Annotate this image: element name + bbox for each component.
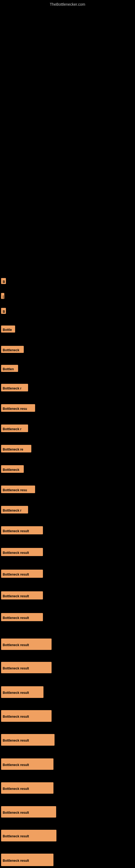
bottleneck-result-label[interactable]: Bottleneck resu [1,486,35,493]
bottleneck-result-label[interactable]: Bottleneck result [1,806,56,817]
bottleneck-result-label[interactable]: B [1,278,6,284]
bottleneck-result-label[interactable]: B [1,308,6,314]
bottleneck-result-label[interactable]: Bottleneck resu [1,404,35,412]
bottleneck-result-label[interactable]: Bottleneck result [1,782,53,794]
bottleneck-result-label[interactable]: Bottleneck r [1,384,28,392]
bottleneck-result-label[interactable]: Bottleneck [1,346,24,353]
bottleneck-result-label[interactable]: Bottleneck r [1,425,28,432]
bottleneck-result-label[interactable]: Bottleneck result [1,734,54,746]
bottleneck-result-label[interactable]: Bottleneck result [1,830,56,841]
bottleneck-result-label[interactable]: | [1,293,4,299]
bottleneck-result-label[interactable]: Bottleneck result [1,854,53,866]
bottleneck-result-label[interactable]: Bottleneck result [1,639,52,650]
bottleneck-result-label[interactable]: Bottleneck result [1,569,43,578]
bottleneck-result-label[interactable]: Bottlen [1,365,18,372]
bottleneck-result-label[interactable]: Bottleneck result [1,710,52,722]
site-title: TheBottlenecker.com [50,2,85,6]
bottleneck-result-label[interactable]: Bottleneck result [1,591,43,599]
bottleneck-result-label[interactable]: Bottleneck result [1,686,43,698]
bottleneck-result-label[interactable]: Bottleneck [1,465,24,473]
bottleneck-result-label[interactable]: Bottleneck result [1,526,43,534]
bottleneck-result-label[interactable]: Bottleneck re [1,445,31,453]
bottleneck-result-label[interactable]: Bottleneck result [1,548,43,556]
bottleneck-result-label[interactable]: Bottle [1,326,15,333]
bottleneck-result-label[interactable]: Bottleneck result [1,758,53,770]
bottleneck-result-label[interactable]: Bottleneck result [1,662,52,673]
bottleneck-result-label[interactable]: Bottleneck result [1,613,43,621]
bottleneck-result-label[interactable]: Bottleneck r [1,506,28,514]
